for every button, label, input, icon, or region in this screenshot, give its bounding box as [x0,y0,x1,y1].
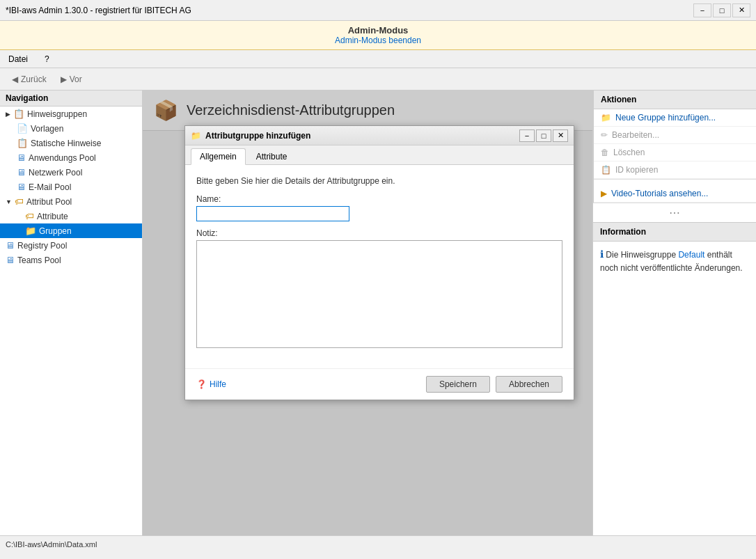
emailpool-icon: 🖥 [17,182,26,192]
window-controls: − □ ✕ [693,3,750,17]
forward-arrow-icon: ▶ [61,74,67,84]
menu-bar: Datei ? [0,50,756,68]
emailpool-label: E-Mail Pool [29,182,71,192]
anwendungspool-label: Anwendungs Pool [29,153,96,163]
back-label: Zurück [21,74,47,84]
neue-gruppe-label: Neue Gruppe hinzufügen... [615,113,716,123]
info-panel: Information ℹ Die Hinweisgruppe Default … [593,222,756,280]
title-bar: *IBI-aws Admin 1.30.0 - registriert für … [0,0,756,21]
teamspool-label: Teams Pool [17,255,61,265]
id-kopieren-icon: 📋 [601,165,611,175]
sidebar-item-statische[interactable]: 📋 Statische Hinweise [0,136,142,150]
back-button[interactable]: ◀ Zurück [6,72,53,87]
save-button[interactable]: Speichern [426,376,490,393]
dialog-title-icon: 📁 [191,131,201,141]
neue-gruppe-icon: 📁 [601,113,611,123]
maximize-button[interactable]: □ [713,3,731,17]
dialog-hint: Bitte geben Sie hier die Details der Att… [196,176,562,186]
dialog-tabs: Allgemein Attribute [185,145,574,165]
actions-header: Aktionen [594,90,756,109]
menu-datei[interactable]: Datei [6,53,31,65]
hinweisgruppen-icon: 📋 [13,109,24,119]
forward-button[interactable]: ▶ Vor [54,72,88,87]
content-area: 📦 Verzeichnisdienst-Attributgruppen 📁 At… [143,90,592,535]
netzwerkpool-label: Netzwerk Pool [29,168,82,178]
action-bearbeiten[interactable]: ✏ Bearbeiten... [594,127,756,144]
tab-attribute[interactable]: Attribute [247,148,297,164]
dialog-controls: − □ ✕ [519,129,568,142]
bearbeiten-label: Bearbeiten... [612,130,659,140]
sidebar-item-emailpool[interactable]: 🖥 E-Mail Pool [0,180,142,194]
name-label: Name: [196,194,562,204]
main-layout: Navigation ▶ 📋 Hinweisgruppen 📄 Vorlagen… [0,90,756,535]
sidebar-item-gruppen[interactable]: 📁 Gruppen [0,223,142,238]
sidebar-item-hinweisgruppen[interactable]: ▶ 📋 Hinweisgruppen [0,107,142,121]
vorlagen-icon: 📄 [17,123,28,134]
notiz-form-group: Notiz: [196,228,562,350]
expand-arrow-icon: ▶ [6,111,10,118]
gruppen-icon: 📁 [25,226,36,236]
attributpool-icon: 🏷 [15,196,24,207]
admin-mode-title: Admin-Modus [4,25,752,36]
help-label: Hilfe [210,379,226,389]
dialog-overlay: 📁 Attributgruppe hinzufügen − □ ✕ Allgem… [143,90,592,535]
video-icon: ▶ [601,189,607,198]
sidebar-item-attribute[interactable]: 🏷 Attribute [0,209,142,223]
actions-separator [594,179,756,185]
action-video-tutorials[interactable]: ▶ Video-Tutorials ansehen... [594,185,756,203]
sidebar-item-attributpool[interactable]: ▼ 🏷 Attribut Pool [0,194,142,209]
action-neue-gruppe[interactable]: 📁 Neue Gruppe hinzufügen... [594,109,756,127]
notiz-label: Notiz: [196,228,562,238]
statische-icon: 📋 [17,138,28,148]
anwendungspool-icon: 🖥 [17,152,26,163]
attribute-label: Attribute [37,212,68,221]
tab-allgemein[interactable]: Allgemein [191,148,246,165]
dialog-close-button[interactable]: ✕ [553,129,568,142]
status-bar: C:\IBI-aws\Admin\Data.xml [0,535,756,552]
title-text: *IBI-aws Admin 1.30.0 - registriert für … [6,6,191,15]
sidebar-item-netzwerkpool[interactable]: 🖥 Netzwerk Pool [0,165,142,180]
dialog-footer: ❓ Hilfe Speichern Abbrechen [185,368,574,400]
hinweisgruppen-label: Hinweisgruppen [27,109,87,119]
dialog-titlebar: 📁 Attributgruppe hinzufügen − □ ✕ [185,126,574,145]
cancel-button[interactable]: Abbrechen [496,376,562,393]
dialog-title: 📁 Attributgruppe hinzufügen [191,131,310,141]
action-id-kopieren[interactable]: 📋 ID kopieren [594,162,756,179]
name-input[interactable] [196,206,349,221]
admin-mode-deactivate-link[interactable]: Admin-Modus beenden [335,36,421,45]
close-button[interactable]: ✕ [732,3,750,17]
help-link[interactable]: ❓ Hilfe [196,379,226,389]
more-button[interactable]: ⋯ [593,203,756,222]
id-kopieren-label: ID kopieren [615,165,658,175]
expand-down-arrow-icon: ▼ [6,198,12,205]
sidebar-item-anwendungspool[interactable]: 🖥 Anwendungs Pool [0,150,142,165]
toolbar: ◀ Zurück ▶ Vor [0,68,756,90]
info-default-link[interactable]: Default [678,250,704,260]
actions-panel: Aktionen 📁 Neue Gruppe hinzufügen... ✏ B… [593,90,756,203]
attributpool-label: Attribut Pool [26,197,72,207]
minimize-button[interactable]: − [693,3,711,17]
action-loeschen[interactable]: 🗑 Löschen [594,144,756,162]
right-panel: Aktionen 📁 Neue Gruppe hinzufügen... ✏ B… [592,90,756,535]
menu-help[interactable]: ? [42,53,52,65]
notiz-textarea[interactable] [196,240,562,348]
gruppen-label: Gruppen [39,226,72,236]
status-path: C:\IBI-aws\Admin\Data.xml [6,540,97,549]
dialog: 📁 Attributgruppe hinzufügen − □ ✕ Allgem… [184,125,574,400]
teamspool-icon: 🖥 [6,255,15,265]
info-header: Information [593,223,756,242]
help-icon: ❓ [196,379,207,389]
loeschen-label: Löschen [613,148,645,157]
forward-label: Vor [70,74,82,84]
dialog-body: Bitte geben Sie hier die Details der Att… [185,165,574,368]
vorlagen-label: Vorlagen [31,124,63,134]
dialog-minimize-button[interactable]: − [519,129,535,142]
sidebar-item-teamspool[interactable]: 🖥 Teams Pool [0,253,142,267]
sidebar-item-vorlagen[interactable]: 📄 Vorlagen [0,121,142,136]
notiz-textarea-wrap [196,240,562,350]
dialog-maximize-button[interactable]: □ [536,129,551,142]
registrypool-label: Registry Pool [17,241,67,251]
sidebar-item-registrypool[interactable]: 🖥 Registry Pool [0,238,142,253]
info-icon: ℹ [600,249,604,260]
back-arrow-icon: ◀ [12,74,18,84]
